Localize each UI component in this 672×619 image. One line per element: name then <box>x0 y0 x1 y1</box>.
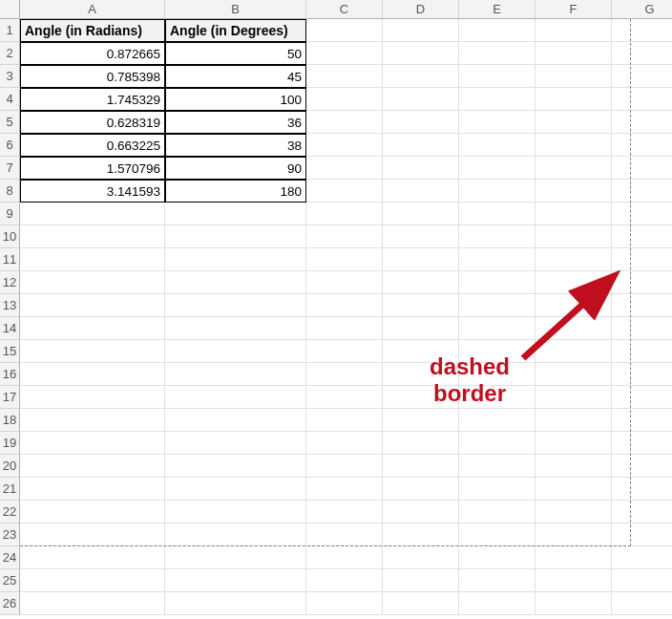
cell-A6[interactable]: 0.663225 <box>20 134 165 157</box>
cell-B19[interactable] <box>165 432 306 455</box>
cell-B24[interactable] <box>165 546 306 569</box>
row-header-5[interactable]: 5 <box>0 111 20 134</box>
row-header-4[interactable]: 4 <box>0 88 20 111</box>
row-header-19[interactable]: 19 <box>0 432 20 455</box>
cell-G3[interactable] <box>612 65 672 88</box>
cell-G4[interactable] <box>612 88 672 111</box>
row-header-6[interactable]: 6 <box>0 134 20 157</box>
cell-B25[interactable] <box>165 569 306 592</box>
cell-B26[interactable] <box>165 592 306 615</box>
cell-A1[interactable]: Angle (in Radians) <box>20 19 165 42</box>
cell-D25[interactable] <box>383 569 459 592</box>
cell-A20[interactable] <box>20 455 165 478</box>
cell-D2[interactable] <box>383 42 459 65</box>
cell-D10[interactable] <box>383 225 459 248</box>
cell-A14[interactable] <box>20 317 165 340</box>
cell-F16[interactable] <box>536 363 612 386</box>
cell-C19[interactable] <box>306 432 383 455</box>
cell-B23[interactable] <box>165 523 306 546</box>
cell-B5[interactable]: 36 <box>165 111 306 134</box>
cell-G18[interactable] <box>612 409 672 432</box>
cell-A9[interactable] <box>20 203 165 225</box>
cell-D12[interactable] <box>383 271 459 294</box>
cell-E1[interactable] <box>459 19 536 42</box>
cell-C14[interactable] <box>306 317 383 340</box>
cell-E11[interactable] <box>459 248 536 271</box>
cell-F18[interactable] <box>536 409 612 432</box>
row-header-22[interactable]: 22 <box>0 501 20 523</box>
cell-B20[interactable] <box>165 455 306 478</box>
row-header-26[interactable]: 26 <box>0 592 20 615</box>
row-header-18[interactable]: 18 <box>0 409 20 432</box>
cell-A23[interactable] <box>20 523 165 546</box>
cell-G7[interactable] <box>612 157 672 180</box>
cell-E21[interactable] <box>459 478 536 501</box>
cell-B8[interactable]: 180 <box>165 180 306 203</box>
cell-A13[interactable] <box>20 294 165 317</box>
cell-E13[interactable] <box>459 294 536 317</box>
cell-D7[interactable] <box>383 157 459 180</box>
row-header-10[interactable]: 10 <box>0 225 20 248</box>
cell-C18[interactable] <box>306 409 383 432</box>
cell-B6[interactable]: 38 <box>165 134 306 157</box>
column-header-A[interactable]: A <box>20 0 165 19</box>
cell-D18[interactable] <box>383 409 459 432</box>
cell-A4[interactable]: 1.745329 <box>20 88 165 111</box>
row-header-8[interactable]: 8 <box>0 180 20 203</box>
cell-C1[interactable] <box>306 19 383 42</box>
cell-D20[interactable] <box>383 455 459 478</box>
cell-E18[interactable] <box>459 409 536 432</box>
cell-B15[interactable] <box>165 340 306 363</box>
cell-A15[interactable] <box>20 340 165 363</box>
cell-E14[interactable] <box>459 317 536 340</box>
select-all-corner[interactable] <box>0 0 20 19</box>
row-header-21[interactable]: 21 <box>0 478 20 501</box>
cell-F8[interactable] <box>536 180 612 203</box>
cell-F5[interactable] <box>536 111 612 134</box>
cell-C20[interactable] <box>306 455 383 478</box>
cell-A5[interactable]: 0.628319 <box>20 111 165 134</box>
cell-G13[interactable] <box>612 294 672 317</box>
row-header-11[interactable]: 11 <box>0 248 20 271</box>
cell-A25[interactable] <box>20 569 165 592</box>
row-header-15[interactable]: 15 <box>0 340 20 363</box>
cell-C5[interactable] <box>306 111 383 134</box>
cell-G16[interactable] <box>612 363 672 386</box>
cell-C16[interactable] <box>306 363 383 386</box>
cell-G20[interactable] <box>612 455 672 478</box>
column-header-C[interactable]: C <box>306 0 383 19</box>
row-header-17[interactable]: 17 <box>0 386 20 409</box>
cell-G15[interactable] <box>612 340 672 363</box>
cell-F20[interactable] <box>536 455 612 478</box>
cell-A2[interactable]: 0.872665 <box>20 42 165 65</box>
row-header-13[interactable]: 13 <box>0 294 20 317</box>
cell-E22[interactable] <box>459 501 536 523</box>
cell-D9[interactable] <box>383 203 459 225</box>
cell-C15[interactable] <box>306 340 383 363</box>
cell-B7[interactable]: 90 <box>165 157 306 180</box>
cell-C10[interactable] <box>306 225 383 248</box>
column-header-E[interactable]: E <box>459 0 536 19</box>
row-header-23[interactable]: 23 <box>0 523 20 546</box>
cell-G5[interactable] <box>612 111 672 134</box>
cell-D19[interactable] <box>383 432 459 455</box>
cell-F13[interactable] <box>536 294 612 317</box>
cell-D5[interactable] <box>383 111 459 134</box>
row-header-16[interactable]: 16 <box>0 363 20 386</box>
cell-D24[interactable] <box>383 546 459 569</box>
cell-G25[interactable] <box>612 569 672 592</box>
cell-F2[interactable] <box>536 42 612 65</box>
cell-E8[interactable] <box>459 180 536 203</box>
cell-C6[interactable] <box>306 134 383 157</box>
cell-C17[interactable] <box>306 386 383 409</box>
cell-C21[interactable] <box>306 478 383 501</box>
cell-A17[interactable] <box>20 386 165 409</box>
cell-C24[interactable] <box>306 546 383 569</box>
cell-D21[interactable] <box>383 478 459 501</box>
row-header-7[interactable]: 7 <box>0 157 20 180</box>
cell-E9[interactable] <box>459 203 536 225</box>
column-header-G[interactable]: G <box>612 0 672 19</box>
row-header-25[interactable]: 25 <box>0 569 20 592</box>
column-header-B[interactable]: B <box>165 0 306 19</box>
cell-G8[interactable] <box>612 180 672 203</box>
